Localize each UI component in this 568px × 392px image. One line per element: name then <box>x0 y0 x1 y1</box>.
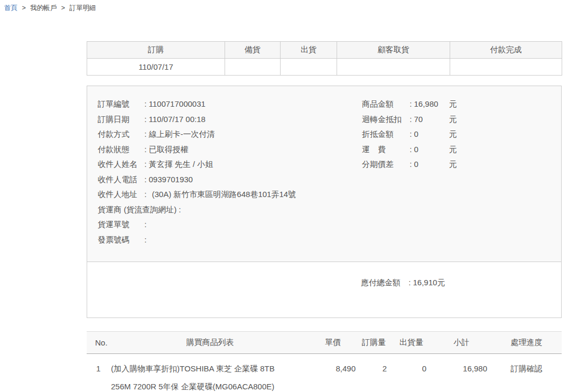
order-date-value: 110/07/17 00:18 <box>149 115 206 124</box>
recipient-address-value: (30A) 新竹市東區明湖路648巷101弄14號 <box>149 190 296 199</box>
order-number-row: 訂單編號 : 1100717000031 <box>98 97 362 112</box>
items-header-unit-price: 單價 <box>309 332 357 354</box>
items-header-order-qty: 訂購量 <box>357 332 391 354</box>
colon: : <box>144 220 146 229</box>
item-order-qty: 2 <box>357 354 391 392</box>
shipping-fee-label: 運 費 <box>362 142 407 157</box>
rebate-deduction-row: 迴轉金抵扣 : 70 元 <box>362 112 551 127</box>
recipient-phone-value: 0939701930 <box>149 175 193 184</box>
order-info-main: 訂單編號 : 1100717000031 訂購日期 : 110/07/17 00… <box>87 86 561 262</box>
colon: : <box>144 160 146 169</box>
installment-difference-value: 0 <box>414 157 447 172</box>
order-info-panel: 訂單編號 : 1100717000031 訂購日期 : 110/07/17 00… <box>87 86 562 318</box>
discount-amount-label: 折抵金額 <box>362 127 407 142</box>
shipping-fee-value: 0 <box>414 142 447 157</box>
currency-unit: 元 <box>449 115 457 124</box>
recipient-phone-row: 收件人電話 : 0939701930 <box>98 172 362 188</box>
item-progress-status: 訂購確認 <box>491 354 562 392</box>
carrier-label: 貨運商 (貨流查詢網址) <box>98 202 176 218</box>
purchased-items-table: No. 購買商品列表 單價 訂購量 出貨量 小計 處理進度 1 (加入購物車享折… <box>87 331 562 392</box>
currency-unit: 元 <box>449 129 457 138</box>
recipient-name-value: 黃玄揮 先生 / 小姐 <box>149 160 213 169</box>
order-date-label: 訂購日期 <box>98 112 142 127</box>
shipping-fee-row: 運 費 : 0 元 <box>362 142 551 157</box>
progress-header-order: 訂購 <box>87 42 225 59</box>
colon: : <box>144 115 146 124</box>
breadcrumb-separator: > <box>22 4 25 12</box>
items-header-shipped-qty: 出貨量 <box>391 332 432 354</box>
items-header-progress: 處理進度 <box>491 332 562 354</box>
breadcrumb-separator: > <box>61 4 65 12</box>
carrier-row: 貨運商 (貨流查詢網址) : <box>98 202 362 218</box>
breadcrumb-current: 訂單明細 <box>70 4 96 12</box>
currency-unit: 元 <box>449 160 457 169</box>
total-payable-label: 應付總金額 <box>361 278 406 288</box>
recipient-name-label: 收件人姓名 <box>98 157 142 172</box>
tracking-number-label: 貨運單號 <box>98 217 142 232</box>
progress-pickup-date <box>337 59 450 76</box>
invoice-number-label: 發票號碼 <box>98 232 142 248</box>
progress-order-date: 110/07/17 <box>87 59 225 76</box>
colon: : <box>144 235 146 244</box>
item-product-name: (加入購物車享折扣)TOSHIBA 東芝 企業碟 8TB 256M 7200R … <box>111 354 309 392</box>
total-payable-section: 應付總金額 : 16,910元 <box>87 262 561 318</box>
item-row: 1 (加入購物車享折扣)TOSHIBA 東芝 企業碟 8TB 256M 7200… <box>87 354 562 392</box>
colon: : <box>144 175 146 184</box>
discount-amount-row: 折抵金額 : 0 元 <box>362 127 551 142</box>
items-header-subtotal: 小計 <box>432 332 491 354</box>
payment-method-label: 付款方式 <box>98 127 142 142</box>
order-detail-page: 訂購 備貨 出貨 顧客取貨 付款完成 110/07/17 訂單編號 : <box>87 41 562 392</box>
total-payable-value: 16,910元 <box>413 278 445 287</box>
progress-paid-date <box>450 59 562 76</box>
payment-method-value: 線上刷卡-一次付清 <box>149 129 215 138</box>
breadcrumb-home-link[interactable]: 首頁 <box>4 4 17 12</box>
progress-ship-date <box>281 59 337 76</box>
order-amount-column: 商品金額 : 16,980 元 迴轉金抵扣 : 70 元 折抵金額 : 0 元 <box>362 97 551 247</box>
colon: : <box>179 205 181 214</box>
installment-difference-row: 分期價差 : 0 元 <box>362 157 551 172</box>
progress-prepare-date <box>225 59 281 76</box>
invoice-number-row: 發票號碼 : <box>98 232 362 248</box>
order-number-value: 1100717000031 <box>149 99 206 108</box>
item-no: 1 <box>87 354 111 392</box>
items-header-no: No. <box>87 332 111 354</box>
discount-amount-value: 0 <box>414 127 447 142</box>
product-amount-label: 商品金額 <box>362 97 407 112</box>
rebate-deduction-label: 迴轉金抵扣 <box>362 112 407 127</box>
item-shipped-qty: 0 <box>391 354 432 392</box>
order-info-left-column: 訂單編號 : 1100717000031 訂購日期 : 110/07/17 00… <box>98 97 362 247</box>
item-unit-price: 8,490 <box>309 354 357 392</box>
payment-status-row: 付款狀態 : 已取得授權 <box>98 142 362 157</box>
order-progress-table: 訂購 備貨 出貨 顧客取貨 付款完成 110/07/17 <box>87 41 562 76</box>
progress-header-ship: 出貨 <box>281 42 337 59</box>
order-date-row: 訂購日期 : 110/07/17 00:18 <box>98 112 362 127</box>
breadcrumb: 首頁 > 我的帳戶 > 訂單明細 <box>4 4 96 13</box>
colon: : <box>409 115 412 124</box>
colon: : <box>144 145 146 154</box>
recipient-address-label: 收件人地址 <box>98 187 142 202</box>
colon: : <box>144 129 146 138</box>
progress-value-row: 110/07/17 <box>87 59 562 76</box>
order-number-label: 訂單編號 <box>98 97 142 112</box>
currency-unit: 元 <box>449 145 457 154</box>
colon: : <box>409 129 412 138</box>
breadcrumb-account: 我的帳戶 <box>30 4 57 12</box>
recipient-name-row: 收件人姓名 : 黃玄揮 先生 / 小姐 <box>98 157 362 172</box>
colon: : <box>409 99 412 108</box>
recipient-address-row: 收件人地址 : (30A) 新竹市東區明湖路648巷101弄14號 <box>98 187 362 202</box>
items-header-product-list: 購買商品列表 <box>111 332 309 354</box>
tracking-number-row: 貨運單號 : <box>98 217 362 232</box>
progress-header-pickup: 顧客取貨 <box>337 42 450 59</box>
rebate-deduction-value: 70 <box>414 112 447 127</box>
item-subtotal: 16,980 <box>432 354 491 392</box>
progress-header-prepare: 備貨 <box>225 42 281 59</box>
payment-method-row: 付款方式 : 線上刷卡-一次付清 <box>98 127 362 142</box>
colon: : <box>409 145 412 154</box>
product-amount-value: 16,980 <box>414 97 447 112</box>
recipient-phone-label: 收件人電話 <box>98 172 142 188</box>
colon: : <box>144 190 146 199</box>
installment-difference-label: 分期價差 <box>362 157 407 172</box>
progress-header-paid: 付款完成 <box>450 42 562 59</box>
payment-status-label: 付款狀態 <box>98 142 142 157</box>
product-amount-row: 商品金額 : 16,980 元 <box>362 97 551 112</box>
